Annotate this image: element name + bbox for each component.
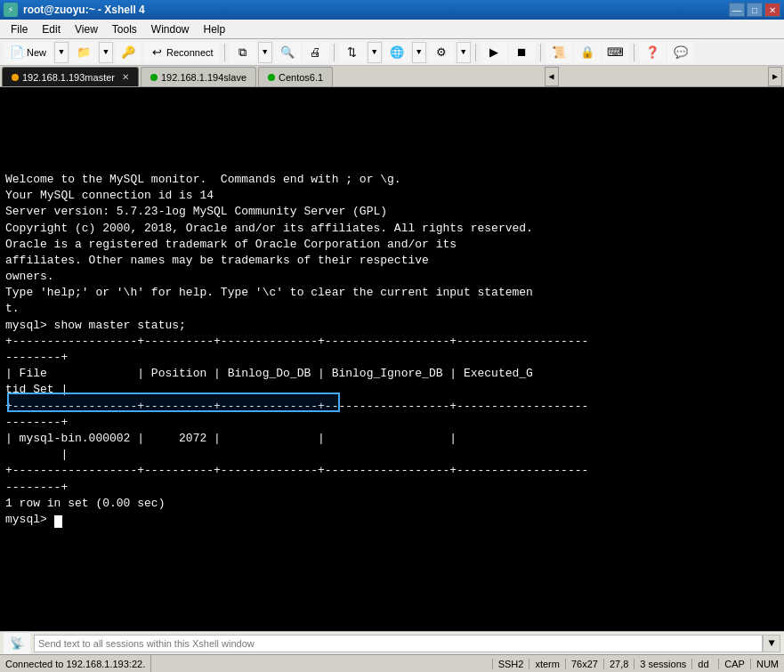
status-bar: Connected to 192.168.1.193:22. SSH2 xter…	[0, 654, 784, 672]
terminal-line: owners.	[5, 269, 779, 285]
key-icon: 🔑	[121, 45, 135, 60]
globe-icon: 🌐	[390, 45, 404, 60]
tabs-nav-right[interactable]: ▶	[768, 67, 782, 86]
play-icon: ▶	[487, 45, 501, 60]
status-sessions: 3 sessions	[634, 659, 691, 669]
terminal-line: +------------------+----------+---------…	[5, 399, 779, 415]
search-icon: 🔍	[280, 45, 295, 60]
tools2-dropdown[interactable]: ▼	[457, 42, 471, 63]
terminal-line: tid_Set |	[5, 382, 779, 398]
tabs-nav-left[interactable]: ◀	[545, 67, 559, 86]
window-title: root@zuoyu:~ - Xshell 4	[23, 4, 145, 16]
open-button[interactable]: 📁	[70, 42, 97, 63]
terminal-line: Server version: 5.7.23-log MySQL Communi…	[5, 204, 779, 220]
menu-file[interactable]: File	[4, 20, 35, 38]
script-button[interactable]: 📜	[546, 42, 572, 63]
menu-edit[interactable]: Edit	[35, 20, 68, 38]
menu-help[interactable]: Help	[197, 20, 233, 38]
tabs-bar: 192.168.1.193master ✕ 192.168.1.194slave…	[0, 66, 784, 87]
send-icon-btn[interactable]: 📡	[4, 633, 30, 654]
globe-button[interactable]: 🌐	[384, 42, 410, 63]
terminal-line: Copyright (c) 2000, 2018, Oracle and/or …	[5, 221, 779, 237]
terminal-line: 1 row in set (0.00 sec)	[5, 496, 779, 512]
comment-button[interactable]: 💬	[667, 42, 694, 63]
close-button[interactable]: ✕	[764, 3, 780, 17]
terminal-line: --------+	[5, 480, 779, 496]
send-icon: 📡	[10, 636, 24, 651]
terminal-line: +------------------+----------+---------…	[5, 463, 779, 479]
toolbar: 📄 New ▼ 📁 ▼ 🔑 ↩ Reconnect ⧉ ▼ 🔍 🖨 ⇅ ▼ 🌐 …	[0, 39, 784, 66]
send-dropdown-btn[interactable]: ▼	[763, 635, 780, 652]
title-bar: ⚡ root@zuoyu:~ - Xshell 4 — □ ✕	[0, 0, 784, 20]
search-button[interactable]: 🔍	[274, 42, 301, 63]
tab-dropdown[interactable]: ▼	[258, 42, 272, 63]
status-protocol: SSH2	[492, 659, 529, 669]
menu-window[interactable]: Window	[144, 20, 197, 38]
help-button[interactable]: ❓	[639, 42, 666, 63]
app-icon: ⚡	[4, 3, 18, 17]
new-dropdown[interactable]: ▼	[54, 42, 69, 63]
globe-dropdown[interactable]: ▼	[412, 42, 426, 63]
terminal-line: mysql>	[5, 512, 779, 528]
send-bar: 📡 ▼	[0, 631, 784, 654]
tab-3[interactable]: Centos6.1	[258, 67, 333, 86]
key-button[interactable]: 🔑	[115, 42, 141, 63]
maximize-button[interactable]: □	[747, 3, 763, 17]
lock-button[interactable]: 🔒	[574, 42, 601, 63]
minimize-button[interactable]: —	[729, 3, 745, 17]
status-terminal: xterm	[529, 659, 565, 669]
keyboard-button[interactable]: ⌨	[602, 42, 629, 63]
tools2-icon: ⚙	[434, 45, 449, 60]
terminal-line: | File | Position | Binlog_Do_DB | Binlo…	[5, 366, 779, 382]
send-input[interactable]	[34, 635, 763, 652]
script-icon: 📜	[552, 45, 566, 60]
tab-3-dot	[268, 74, 275, 81]
reconnect-icon: ↩	[150, 45, 164, 60]
status-num: NUM	[750, 659, 784, 669]
comment-icon: 💬	[674, 45, 688, 60]
transfer-icon: ⇅	[345, 45, 360, 60]
play-button[interactable]: ▶	[481, 42, 507, 63]
terminal[interactable]: Welcome to the MySQL monitor. Commands e…	[0, 87, 784, 631]
print-button[interactable]: 🖨	[303, 42, 329, 63]
terminal-line: +------------------+----------+---------…	[5, 334, 779, 350]
status-dimensions: 76x27	[565, 659, 603, 669]
folder-icon: 📁	[77, 45, 91, 60]
status-cap: CAP	[718, 659, 750, 669]
menu-tools[interactable]: Tools	[105, 20, 144, 38]
terminal-line: |	[5, 447, 779, 463]
window-controls: — □ ✕	[729, 3, 780, 17]
tools2-button[interactable]: ⚙	[428, 42, 455, 63]
terminal-line: --------+	[5, 350, 779, 366]
tab-1[interactable]: 192.168.1.193master ✕	[2, 67, 139, 86]
terminal-line: Type 'help;' or '\h' for help. Type '\c'…	[5, 285, 779, 301]
transfer-dropdown[interactable]: ▼	[368, 42, 382, 63]
status-connected: Connected to 192.168.1.193:22.	[0, 655, 151, 672]
new-button[interactable]: 📄 New	[4, 42, 53, 63]
terminal-line: mysql> show master status;	[5, 318, 779, 334]
transfer-button[interactable]: ⇅	[339, 42, 366, 63]
menu-view[interactable]: View	[68, 20, 105, 38]
tab-2-label: 192.168.1.194slave	[161, 72, 247, 83]
terminal-line: Your MySQL connection id is 14	[5, 188, 779, 204]
terminal-line: | mysql-bin.000002 | 2072 | | |	[5, 431, 779, 447]
stop-icon: ⏹	[515, 45, 529, 60]
terminal-line: t.	[5, 301, 779, 317]
help-icon: ❓	[645, 45, 659, 60]
stop-button[interactable]: ⏹	[509, 42, 536, 63]
tab-button[interactable]: ⧉	[230, 42, 256, 63]
tab-1-close[interactable]: ✕	[122, 72, 129, 82]
terminal-line: Oracle is a registered trademark of Orac…	[5, 237, 779, 253]
tab-1-dot	[12, 74, 19, 81]
terminal-cursor	[54, 515, 62, 528]
open-dropdown[interactable]: ▼	[99, 42, 113, 63]
tab-icon: ⧉	[236, 45, 250, 60]
tab-2[interactable]: 192.168.1.194slave	[141, 67, 256, 86]
terminal-line: --------+	[5, 415, 779, 431]
tab-1-label: 192.168.1.193master	[22, 72, 115, 83]
menu-bar: File Edit View Tools Window Help	[0, 20, 784, 39]
terminal-line: affiliates. Other names may be trademark…	[5, 253, 779, 269]
status-dd: dd	[691, 659, 718, 669]
reconnect-button[interactable]: ↩ Reconnect	[143, 42, 220, 63]
keyboard-icon: ⌨	[609, 45, 623, 60]
